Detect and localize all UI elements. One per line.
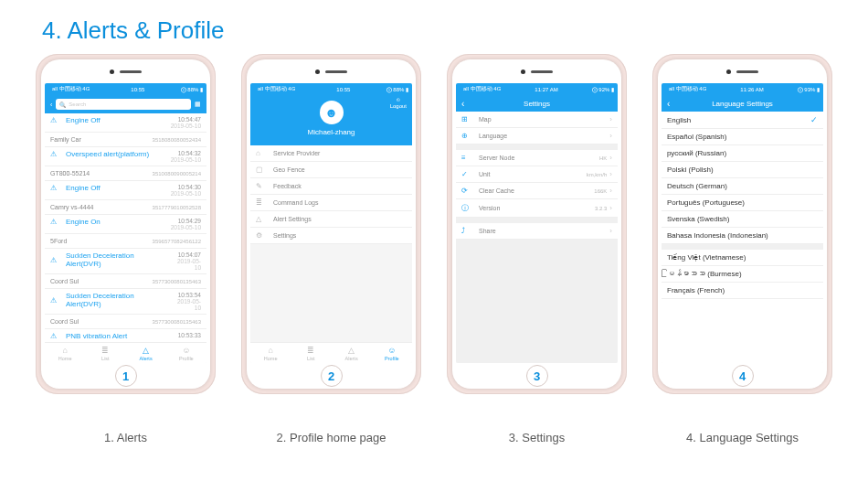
language-label: English [667, 116, 691, 124]
alert-time: 10:54:07 [171, 251, 201, 258]
calendar-icon[interactable]: ▦ [195, 101, 201, 108]
menu-label: Command Logs [273, 199, 318, 206]
tab-label: Alerts [345, 356, 358, 361]
settings-row[interactable]: ⓘVersion3.2.3› [456, 199, 618, 218]
settings-row[interactable]: ⤴Share› [456, 223, 618, 240]
settings-row[interactable]: ✓Unitkm,km/h› [456, 166, 618, 183]
alert-row[interactable]: ⚠Engine Off10:54:302019-05-10 [45, 181, 206, 200]
profile-menu-item[interactable]: △Alert Settings [250, 211, 412, 228]
alert-row[interactable]: ⚠Overspeed alert(platform)10:54:322019-0… [45, 147, 206, 166]
tab-icon: △ [143, 346, 149, 355]
tab-profile[interactable]: ☺Profile [166, 343, 206, 363]
phone-alerts: ⠀all 中国移动 4G ⠀10:55⨀ 88% ▮ ‹ 🔍 Search ▦ … [36, 54, 216, 394]
alert-title: Sudden Deceleration Alert(DVR) [66, 251, 171, 268]
alert-device-row: Coord Sul3577300080135463 [45, 274, 206, 289]
search-placeholder: Search [69, 102, 86, 107]
settings-row[interactable]: ⊞Map› [456, 112, 618, 128]
language-row[interactable]: Tiếng Việt (Vietnamese) [662, 250, 823, 266]
alert-time: 10:53:54 [171, 292, 201, 298]
tab-label: List [101, 356, 110, 361]
search-icon: 🔍 [59, 102, 66, 108]
profile-menu-item[interactable]: ✎Feedback [250, 178, 412, 195]
alert-icon: ⚠ [50, 116, 59, 124]
menu-label: Geo Fence [273, 166, 305, 173]
language-row[interactable]: English✓ [662, 112, 823, 129]
language-row[interactable]: Español (Spanish) [662, 129, 823, 145]
device-name: Coord Sul [50, 318, 79, 325]
menu-icon: ▢ [256, 166, 265, 174]
language-row[interactable]: Deutsch (German) [662, 178, 823, 195]
alert-time: 10:54:29 [171, 218, 201, 224]
profile-menu: ⌂Service Provider▢Geo Fence✎Feedback≣Com… [250, 145, 412, 342]
device-name: Camry vs-4444 [50, 204, 93, 210]
chevron-right-icon: › [609, 132, 612, 140]
tab-list[interactable]: ≣List [291, 343, 331, 363]
tab-icon: ☺ [182, 346, 190, 355]
language-row[interactable]: Bahasa Indonesia (Indonesian) [662, 228, 823, 244]
settings-row[interactable]: ⊕Language› [456, 128, 618, 144]
language-row[interactable]: русский (Russian) [662, 145, 823, 162]
tab-home[interactable]: ⌂Home [250, 343, 291, 363]
status-bar: ⠀all 中国移动 4G11:27 AM⨀ 92% ▮ [456, 83, 618, 95]
tab-icon: ≣ [307, 346, 314, 355]
alert-device-row: Family Car3518080080052434 [45, 133, 206, 147]
header-title: Settings [524, 100, 550, 108]
profile-menu-item[interactable]: ⚙Settings [250, 228, 412, 244]
language-label: Svenska (Swedish) [667, 215, 729, 223]
language-row[interactable]: Svenska (Swedish) [662, 211, 823, 228]
alert-row[interactable]: ⚠Sudden Deceleration Alert(DVR)10:53:542… [45, 289, 206, 315]
alert-row[interactable]: ⚠Engine On10:54:292019-05-10 [45, 215, 206, 234]
profile-menu-item[interactable]: ≣Command Logs [250, 195, 412, 211]
setting-label: Clear Cache [479, 187, 514, 194]
profile-menu-item[interactable]: ⌂Service Provider [250, 145, 412, 162]
setting-icon: ⟳ [461, 187, 471, 195]
language-row[interactable]: Português (Portuguese) [662, 195, 823, 211]
caption-3: 3. Settings [509, 431, 565, 444]
alert-row[interactable]: ⚠PNB vibration Alert10:53:33 [45, 329, 206, 342]
alert-title: Overspeed alert(platform) [66, 150, 149, 158]
language-row[interactable]: Français (French) [662, 283, 823, 299]
tab-list[interactable]: ≣List [85, 343, 125, 363]
profile-menu-item[interactable]: ▢Geo Fence [250, 162, 412, 178]
menu-icon: ✎ [256, 182, 265, 190]
language-row[interactable]: Polski (Polish) [662, 162, 823, 178]
search-input[interactable]: 🔍 Search [56, 99, 191, 110]
avatar[interactable]: ☻ [320, 101, 344, 124]
back-icon[interactable]: ‹ [667, 99, 670, 109]
home-button[interactable]: 1 [115, 365, 137, 387]
home-button[interactable]: 2 [321, 365, 343, 387]
home-button[interactable]: 4 [732, 365, 754, 387]
settings-row[interactable]: ≡Server NodeHK› [456, 150, 618, 166]
tab-label: Profile [179, 356, 194, 361]
tab-alerts[interactable]: △Alerts [332, 343, 372, 363]
tab-bar: ⌂Home≣List△Alerts☺Profile [45, 342, 206, 363]
tab-profile[interactable]: ☺Profile [372, 343, 412, 363]
alert-row[interactable]: ⚠Engine Off10:54:472019-05-10 [45, 113, 206, 133]
alert-row[interactable]: ⚠Sudden Deceleration Alert(DVR)10:54:072… [45, 249, 206, 274]
logout-button[interactable]: ⎋ Logout [390, 97, 407, 109]
profile-header: ⎋ Logout ☻ Michael-zhang [250, 95, 412, 145]
language-label: Deutsch (German) [667, 182, 727, 190]
alert-icon: ⚠ [50, 184, 59, 192]
home-button[interactable]: 3 [526, 365, 548, 387]
back-icon[interactable]: ‹ [461, 99, 464, 109]
chevron-right-icon: › [609, 115, 612, 123]
tab-icon: ⌂ [268, 346, 272, 355]
device-id: 3518080080052434 [153, 137, 201, 143]
language-label: Français (French) [667, 286, 725, 294]
tab-home[interactable]: ⌂Home [45, 343, 85, 363]
alert-icon: ⚠ [50, 218, 59, 226]
menu-icon: △ [256, 215, 265, 223]
settings-row[interactable]: ⟳Clear Cache166K› [456, 183, 618, 199]
back-icon[interactable]: ‹ [50, 102, 52, 108]
setting-label: Share [479, 228, 496, 234]
language-label: Español (Spanish) [667, 133, 726, 141]
phone-language: ⠀all 中国移动 4G11:26 AM⨀ 93% ▮ ‹ Language S… [652, 54, 832, 394]
alert-device-row: GT800-552143510080090005214 [45, 166, 206, 181]
tab-alerts[interactable]: △Alerts [126, 343, 166, 363]
alert-date: 2019-05-10 [171, 190, 201, 197]
language-header: ‹ Language Settings [662, 95, 823, 112]
menu-icon: ⚙ [256, 231, 265, 240]
alert-time: 10:54:30 [171, 184, 201, 190]
language-row[interactable]: မြန်မာဘာသာ (Burmese) [662, 266, 823, 283]
